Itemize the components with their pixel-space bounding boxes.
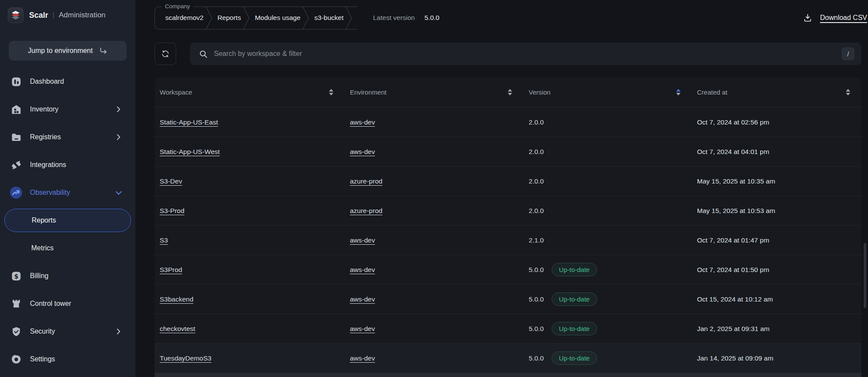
control-tower-icon bbox=[10, 298, 23, 309]
sidebar-item-settings[interactable]: Settings bbox=[0, 350, 135, 369]
table-header-row: WorkspaceEnvironmentVersionCreated at bbox=[155, 77, 861, 108]
sidebar-item-label: Control tower bbox=[30, 300, 71, 308]
breadcrumb-item-3[interactable]: Modules usage bbox=[255, 14, 300, 22]
column-header-version[interactable]: Version bbox=[523, 89, 692, 96]
vertical-scrollbar-thumb[interactable] bbox=[864, 243, 866, 308]
download-icon bbox=[803, 13, 812, 23]
created-at-value: Oct 7, 2024 at 01:50 pm bbox=[697, 266, 769, 274]
inventory-icon bbox=[10, 104, 23, 115]
sidebar-item-label: Registries bbox=[30, 133, 61, 141]
environment-link[interactable]: aws-dev bbox=[350, 148, 375, 156]
column-header-label: Environment bbox=[350, 89, 386, 96]
table-row: TuesdayDemoS3aws-dev5.0.0Up-to-dateJan 1… bbox=[155, 344, 861, 373]
created-at-value: Oct 7, 2024 at 04:01 pm bbox=[697, 148, 769, 156]
brand-separator: | bbox=[53, 11, 54, 20]
breadcrumb-group-label: Company bbox=[162, 3, 193, 10]
workspace-link[interactable]: S3-Dev bbox=[160, 177, 182, 185]
brand-section: Administration bbox=[59, 11, 105, 20]
column-header-label: Created at bbox=[697, 89, 727, 96]
sidebar-item-security[interactable]: Security bbox=[0, 322, 135, 341]
sidebar-nav: DashboardInventoryRegistriesIntegrations… bbox=[0, 72, 135, 369]
version-value: 5.0.0 bbox=[529, 266, 543, 274]
latest-version-value: 5.0.0 bbox=[424, 14, 439, 22]
sidebar-item-label: Security bbox=[30, 328, 55, 335]
table-row: S3-Devazure-prod2.0.0May 15, 2025 at 10:… bbox=[155, 167, 861, 196]
sort-icon[interactable] bbox=[329, 89, 333, 95]
breadcrumb-item-4[interactable]: s3-bucket bbox=[314, 14, 343, 22]
jump-to-environment-label: Jump to environment bbox=[28, 47, 92, 55]
settings-icon bbox=[10, 354, 23, 365]
breadcrumb-item-2[interactable]: Reports bbox=[217, 14, 241, 22]
table-row: Static-App-US-Eastaws-dev2.0.0Oct 7, 202… bbox=[155, 108, 861, 137]
sidebar-item-label: Inventory bbox=[30, 105, 59, 113]
sidebar-item-metrics[interactable]: Metrics bbox=[0, 239, 135, 258]
sidebar-item-billing[interactable]: $Billing bbox=[0, 266, 135, 285]
sidebar: Scalr | Administration Jump to environme… bbox=[0, 0, 135, 377]
workspace-link[interactable]: S3-Prod bbox=[160, 207, 184, 215]
sidebar-item-label: Observability bbox=[30, 189, 70, 197]
environment-link[interactable]: aws-dev bbox=[350, 354, 375, 362]
sidebar-item-observability[interactable]: Observability bbox=[0, 183, 135, 202]
version-value: 5.0.0 bbox=[529, 354, 543, 362]
column-header-workspace[interactable]: Workspace bbox=[155, 89, 345, 96]
billing-icon: $ bbox=[10, 271, 23, 282]
workspace-link[interactable]: S3 bbox=[160, 236, 168, 244]
sidebar-item-label: Integrations bbox=[30, 161, 66, 169]
created-at-value: Oct 7, 2024 at 02:56 pm bbox=[697, 118, 769, 126]
sidebar-item-dashboard[interactable]: Dashboard bbox=[0, 72, 135, 91]
environment-link[interactable]: azure-prod bbox=[350, 207, 382, 215]
download-csv-button[interactable]: Download CSV bbox=[803, 13, 868, 23]
breadcrumb-separator-icon bbox=[344, 7, 356, 30]
refresh-icon bbox=[161, 49, 170, 58]
search-icon bbox=[199, 49, 208, 59]
jump-to-environment-button[interactable]: Jump to environment bbox=[9, 41, 127, 61]
sidebar-item-control-tower[interactable]: Control tower bbox=[0, 294, 135, 313]
version-value: 5.0.0 bbox=[529, 325, 543, 333]
environment-link[interactable]: aws-dev bbox=[350, 325, 375, 333]
sort-icon[interactable] bbox=[676, 89, 681, 95]
topbar: Company scalrdemov2ReportsModules usages… bbox=[155, 0, 867, 30]
version-value: 2.0.0 bbox=[529, 148, 543, 156]
security-icon bbox=[10, 326, 23, 337]
latest-version-label: Latest version bbox=[373, 14, 415, 22]
sidebar-item-inventory[interactable]: Inventory bbox=[0, 100, 135, 119]
created-at-value: Jan 14, 2025 at 09:09 am bbox=[697, 354, 773, 362]
workspace-link[interactable]: S3backend bbox=[160, 295, 194, 303]
registries-icon bbox=[10, 132, 23, 143]
search-box: / bbox=[190, 43, 861, 65]
main-area: Company scalrdemov2ReportsModules usages… bbox=[135, 0, 868, 377]
sidebar-item-label: Reports bbox=[32, 216, 56, 224]
workspace-link[interactable]: Static-App-US-East bbox=[160, 118, 218, 126]
workspace-link[interactable]: S3Prod bbox=[160, 266, 182, 274]
workspace-link[interactable]: checkovtest bbox=[160, 325, 195, 333]
environment-link[interactable]: aws-dev bbox=[350, 236, 375, 244]
column-header-created-at[interactable]: Created at bbox=[692, 89, 861, 96]
sidebar-item-label: Dashboard bbox=[30, 78, 64, 85]
up-to-date-badge: Up-to-date bbox=[552, 351, 597, 365]
environment-link[interactable]: azure-prod bbox=[350, 177, 382, 185]
version-value: 2.1.0 bbox=[529, 236, 543, 244]
sidebar-item-label: Metrics bbox=[31, 244, 54, 252]
version-value: 2.0.0 bbox=[529, 207, 543, 215]
breadcrumb-separator-icon bbox=[301, 7, 313, 30]
workspace-link[interactable]: TuesdayDemoS3 bbox=[160, 354, 211, 362]
environment-link[interactable]: aws-dev bbox=[350, 266, 375, 274]
sidebar-item-integrations[interactable]: Integrations bbox=[0, 155, 135, 174]
brand-name: Scalr bbox=[29, 11, 48, 20]
breadcrumb-item-1[interactable]: scalrdemov2 bbox=[165, 14, 204, 22]
sidebar-item-registries[interactable]: Registries bbox=[0, 128, 135, 147]
table-row: checkovtestaws-dev5.0.0Up-to-dateJan 2, … bbox=[155, 314, 861, 344]
svg-text:$: $ bbox=[14, 272, 18, 279]
sort-icon[interactable] bbox=[508, 89, 512, 95]
environment-link[interactable]: aws-dev bbox=[350, 118, 375, 126]
toolbar: / bbox=[155, 43, 861, 65]
latest-version: Latest version 5.0.0 bbox=[373, 14, 439, 22]
refresh-button[interactable] bbox=[155, 43, 176, 65]
environment-link[interactable]: aws-dev bbox=[350, 295, 375, 303]
sort-icon[interactable] bbox=[846, 89, 850, 95]
breadcrumb: Company scalrdemov2ReportsModules usages… bbox=[155, 7, 357, 30]
column-header-environment[interactable]: Environment bbox=[345, 89, 523, 96]
search-input[interactable] bbox=[214, 50, 835, 58]
sidebar-item-reports[interactable]: Reports bbox=[4, 209, 131, 232]
workspace-link[interactable]: Static-App-US-West bbox=[160, 148, 220, 156]
